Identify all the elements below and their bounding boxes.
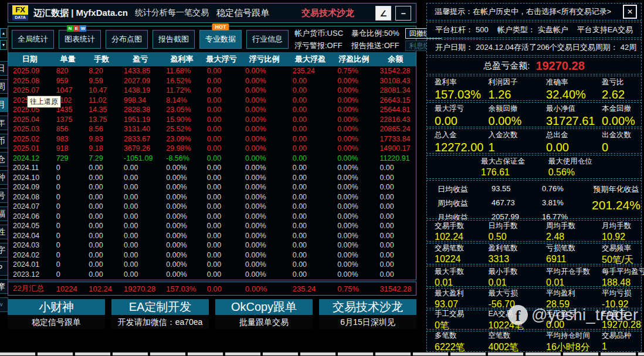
- stat: 交易频率50笔/天: [602, 243, 641, 266]
- stat-label: 交易品种: [602, 331, 641, 341]
- toolbar-button[interactable]: 全局统计: [12, 30, 54, 49]
- banner-block[interactable]: EA定制开发开发请加微信：ea70ea: [111, 299, 209, 329]
- stat-label: 交易笔数: [435, 243, 489, 253]
- table-row[interactable]: 2025.06110211.02998.348.14%0.000.00%0.00…: [8, 96, 416, 106]
- toolbar-button-label: 报告截图: [158, 34, 189, 45]
- stat: 日均手数0.50: [489, 221, 547, 242]
- cell: 0: [52, 222, 84, 230]
- sidebar-tab-8[interactable]: 号: [0, 188, 8, 203]
- cell: 0.00%: [240, 251, 288, 259]
- panel-stats4: 交易手数102.24日均手数0.50周均手数2.48月均手数10.92: [426, 220, 642, 242]
- table-row[interactable]: 2025.07104710.471438.1911.72%0.000.00%0.…: [8, 86, 416, 96]
- cell: 2024.02: [8, 251, 52, 259]
- stat: 平均开仓手数0.01: [546, 267, 602, 288]
- table-row[interactable]: 2025.05143514.352828.3823.05%0.000.00%0.…: [8, 105, 416, 115]
- sidebar-tab-10[interactable]: 性: [0, 225, 8, 239]
- table-row[interactable]: 2025.038568.563131.4025.52%0.000.00%0.00…: [8, 124, 416, 134]
- panel-stats4: 盈利率157.03%利润因子1.26准确率32.40%盈亏比2.62: [426, 76, 642, 101]
- scroll-down-icon[interactable]: ▼: [0, 40, 7, 50]
- sidebar-tab-5[interactable]: 币: [0, 134, 8, 148]
- scroll-up-icon[interactable]: ▲: [0, 28, 7, 38]
- sidebar-tab-7[interactable]: 种: [0, 170, 8, 185]
- toolbar-button[interactable]: 图表统计NEW: [59, 30, 101, 49]
- stat: 入金次数1: [489, 130, 547, 154]
- cell: 0: [52, 174, 84, 182]
- close-icon[interactable]: ✕: [623, 5, 637, 19]
- cell: 20865.24: [375, 125, 416, 133]
- toolbar-button-label: 图表统计: [65, 34, 95, 45]
- sidebar-more-icon[interactable]: v: [0, 297, 8, 312]
- toolbar-info-text: 浮亏警报:OFF: [294, 40, 343, 51]
- toolbar-button-label: 专业数据: [205, 34, 236, 45]
- salon-link[interactable]: 交易技术沙龙: [301, 8, 354, 19]
- sidebar-tab-3[interactable]: 月: [0, 97, 8, 112]
- table-row[interactable]: 2024.1000.000.000.00%0.000.00%0.000.00%0…: [8, 173, 416, 183]
- table-row[interactable]: 2025.04137513.751951.1915.90%0.000.00%0.…: [8, 115, 416, 125]
- banner-block[interactable]: OkCopy跟单批量跟单交易: [215, 299, 313, 329]
- cell: 11220.91: [375, 154, 416, 162]
- table-row[interactable]: 2024.0300.000.000.00%0.000.00%0.000.00%0…: [8, 240, 416, 250]
- table-row[interactable]: 2024.127297.29-1051.09-8.56%0.000.00%0.0…: [8, 154, 416, 164]
- table-row[interactable]: 2023.1200.000.000.00%0.000.00%0.000.00%0…: [8, 270, 416, 280]
- toolbar-button[interactable]: 报告截图: [152, 30, 195, 49]
- sidebar-tab-11[interactable]: 字: [0, 243, 8, 257]
- cell: 10.47: [84, 86, 119, 94]
- stat-value: 2.62: [602, 88, 641, 101]
- toolbar-button-label: 分布点图: [111, 34, 142, 45]
- table-row[interactable]: 2025.019189.183679.2629.98%0.000.00%0.00…: [8, 144, 416, 154]
- minimize-button[interactable]: −: [395, 6, 411, 21]
- banner-block[interactable]: 交易技术沙龙6月15日深圳见: [319, 299, 416, 329]
- cell: 959: [52, 77, 84, 85]
- brand-tagline: 统计分析每一笔交易: [135, 8, 209, 18]
- cell: 9.83: [84, 135, 119, 143]
- table-row[interactable]: 2024.0100.000.000.00%0.000.00%0.000.00%0…: [8, 260, 416, 270]
- table-row[interactable]: 2024.0200.000.000.00%0.000.00%0.000.00%0…: [8, 250, 416, 260]
- table-row[interactable]: 2025.029839.832833.6723.09%0.000.00%0.00…: [8, 134, 416, 144]
- stat: 本金回撤0.00%: [602, 104, 641, 128]
- cell: 0.00%: [333, 96, 375, 104]
- cell: 0.00%: [240, 86, 288, 94]
- cell: 0.00: [288, 154, 333, 162]
- sidebar-tab-12[interactable]: P: [0, 261, 8, 276]
- stat-value: 31727.61: [546, 114, 602, 128]
- cell: 0.00: [202, 174, 240, 182]
- cell: 13.75: [84, 116, 119, 124]
- sidebar-tab-2[interactable]: 周: [0, 79, 8, 94]
- stat-label: 多笔数: [435, 331, 489, 341]
- table-row[interactable]: 2024.0800.000.000.00%0.000.00%0.000.00%0…: [8, 192, 416, 202]
- cell: 25644.81: [375, 106, 416, 114]
- table-row[interactable]: 2024.1100.000.000.00%0.000.00%0.000.00%0…: [8, 163, 416, 173]
- toolbar-button[interactable]: 专业数据HOT: [199, 30, 242, 49]
- table-row[interactable]: 2024.0900.000.000.00%0.000.00%0.000.00%0…: [8, 182, 416, 192]
- table-row[interactable]: 2024.0600.000.000.00%0.000.00%0.000.00%0…: [8, 212, 416, 222]
- signal-link[interactable]: 稳定信号跟单: [216, 8, 269, 19]
- sidebar-tab-1[interactable]: 日: [0, 61, 8, 76]
- cell: 0.00: [288, 106, 333, 114]
- banner-block[interactable]: 小财神稳定信号跟单: [8, 299, 105, 329]
- cell: 0: [52, 232, 84, 240]
- cell: 0: [52, 241, 84, 249]
- cell: 918: [52, 144, 84, 152]
- resize-button[interactable]: ∠: [375, 6, 391, 21]
- table-row[interactable]: 2024.0400.000.000.00%0.000.00%0.000.00%0…: [8, 231, 416, 241]
- table-row[interactable]: 2024.0500.000.000.00%0.000.00%0.000.00%0…: [8, 221, 416, 231]
- panel-stats4: 交易笔数10224盈利笔数3313亏损笔数6911交易频率50笔/天: [426, 243, 642, 265]
- stat-value: 0.01: [489, 277, 547, 288]
- toolbar-button[interactable]: 行业信息: [246, 30, 289, 49]
- table-row[interactable]: 2025.098208.201433.8511.68%0.000.00%235.…: [8, 66, 416, 76]
- sidebar-tab-13[interactable]: 摩: [0, 279, 8, 294]
- cell: 0: [52, 270, 84, 279]
- stat-value: 2.48: [546, 232, 602, 242]
- sidebar-tab-4[interactable]: 年: [0, 116, 8, 130]
- cell: 0.00%: [161, 270, 202, 279]
- cell: 8.56: [84, 125, 119, 133]
- sidebar-tab-6[interactable]: 仓: [0, 152, 8, 167]
- column-header: 浮亏比例: [240, 54, 288, 65]
- table-row[interactable]: 2025.089599.592027.0916.52%0.000.00%0.00…: [8, 76, 416, 86]
- toolbar-button[interactable]: 分布点图: [106, 30, 148, 49]
- banner-subtitle: 开发请加微信：ea70ea: [111, 316, 209, 329]
- table-row[interactable]: 2024.0700.000.000.00%0.000.00%0.000.00%0…: [8, 202, 416, 212]
- stat-label: 平均盈利: [546, 289, 602, 299]
- sidebar-tab-9[interactable]: 幅: [0, 206, 8, 221]
- cell: 2027.09: [119, 77, 161, 85]
